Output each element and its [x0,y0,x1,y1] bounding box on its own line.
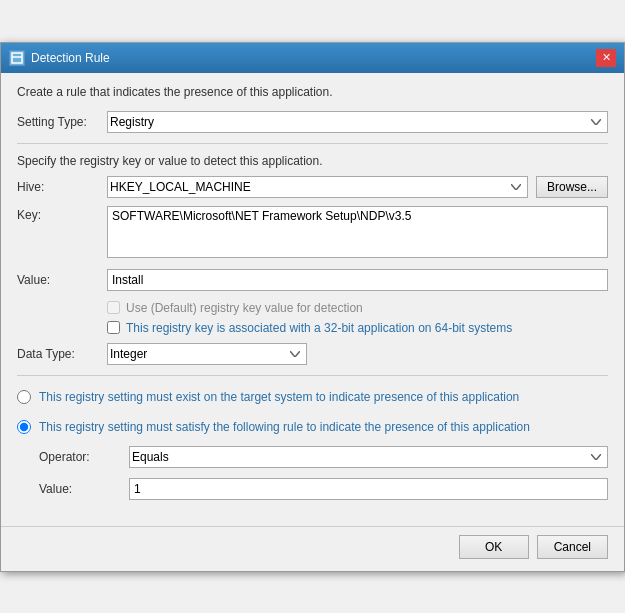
title-bar-left: Detection Rule [9,50,110,66]
value-field-wrap [107,269,608,291]
svg-rect-0 [12,53,22,63]
data-type-control: Integer String Version [107,343,307,365]
value-input[interactable] [107,269,608,291]
default-checkbox[interactable] [107,301,120,314]
dialog-footer: OK Cancel [1,526,624,571]
operator-section: Operator: Equals Not Equals Greater Than… [39,446,608,500]
operator-row: Operator: Equals Not Equals Greater Than… [39,446,608,468]
bit32-checkbox-row: This registry key is associated with a 3… [107,321,608,335]
key-row: Key: SOFTWARE\Microsoft\NET Framework Se… [17,206,608,261]
registry-section-label: Specify the registry key or value to det… [17,154,608,168]
key-textarea[interactable]: SOFTWARE\Microsoft\NET Framework Setup\N… [107,206,608,258]
divider-1 [17,143,608,144]
operator-control: Equals Not Equals Greater Than Less Than… [129,446,608,468]
setting-type-control: Registry [107,111,608,133]
radio-option1-row: This registry setting must exist on the … [17,386,608,408]
radio-option2[interactable] [17,420,31,434]
default-checkbox-row: Use (Default) registry key value for det… [107,301,608,315]
divider-2 [17,375,608,376]
title-bar: Detection Rule ✕ [1,43,624,73]
hive-select-wrap: HKEY_LOCAL_MACHINE [107,176,528,198]
operator-label: Operator: [39,450,129,464]
hive-row: Hive: HKEY_LOCAL_MACHINE Browse... [17,176,608,198]
hive-label: Hive: [17,180,107,194]
key-label: Key: [17,206,107,222]
bit32-checkbox-label: This registry key is associated with a 3… [126,321,512,335]
dialog-icon [9,50,25,66]
operator-select[interactable]: Equals Not Equals Greater Than Less Than… [129,446,608,468]
value-label: Value: [17,273,107,287]
default-checkbox-label: Use (Default) registry key value for det… [126,301,363,315]
data-type-row: Data Type: Integer String Version [17,343,608,365]
dialog-title: Detection Rule [31,51,110,65]
cancel-button[interactable]: Cancel [537,535,608,559]
setting-type-row: Setting Type: Registry [17,111,608,133]
value-row: Value: [17,269,608,291]
browse-button[interactable]: Browse... [536,176,608,198]
data-type-select[interactable]: Integer String Version [107,343,307,365]
dialog-content: Create a rule that indicates the presenc… [1,73,624,526]
radio-option2-row: This registry setting must satisfy the f… [17,416,608,438]
detection-rule-dialog: Detection Rule ✕ Create a rule that indi… [0,42,625,572]
hive-select[interactable]: HKEY_LOCAL_MACHINE [107,176,528,198]
intro-text: Create a rule that indicates the presenc… [17,85,608,99]
radio-option2-label: This registry setting must satisfy the f… [39,420,530,434]
rule-value-label: Value: [39,482,129,496]
ok-button[interactable]: OK [459,535,529,559]
setting-type-select[interactable]: Registry [107,111,608,133]
key-control: SOFTWARE\Microsoft\NET Framework Setup\N… [107,206,608,261]
radio-option1-label: This registry setting must exist on the … [39,390,519,404]
setting-type-label: Setting Type: [17,115,107,129]
bit32-checkbox[interactable] [107,321,120,334]
close-button[interactable]: ✕ [596,49,616,67]
rule-value-input[interactable] [129,478,608,500]
rule-value-control [129,478,608,500]
rule-value-row: Value: [39,478,608,500]
radio-section: This registry setting must exist on the … [17,386,608,500]
data-type-label: Data Type: [17,347,107,361]
radio-option1[interactable] [17,390,31,404]
